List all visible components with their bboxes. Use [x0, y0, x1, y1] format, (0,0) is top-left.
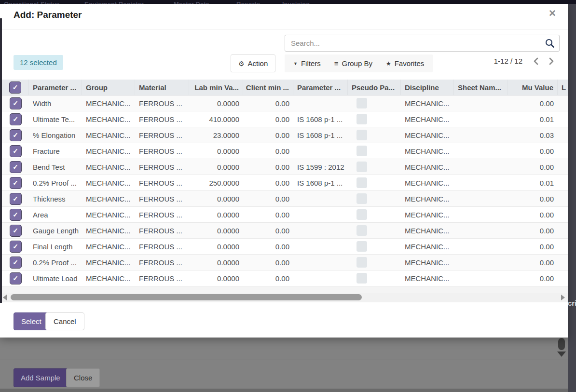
cell-sheet	[454, 111, 507, 127]
cell-discipline: MECHANIC...	[401, 111, 454, 127]
pseudo-parameter-checkbox	[357, 130, 367, 140]
filters-button[interactable]: ▼ Filters	[293, 59, 321, 68]
cancel-button[interactable]: Cancel	[45, 312, 84, 330]
close-icon[interactable]: ✕	[549, 9, 556, 18]
table-row[interactable]: ✓Ultimate LoadMECHANIC...FERROUS ...0.00…	[2, 270, 568, 286]
cell-param_std: IS 1608 p-1 ...	[293, 127, 348, 143]
cell-client_min: 0.00	[243, 255, 293, 270]
cell-mu: 0.00	[507, 207, 558, 222]
star-icon: ★	[386, 60, 391, 67]
column-header-last[interactable]: L	[558, 80, 567, 95]
table-row[interactable]: ✓0.2% Proof ...MECHANIC...FERROUS ...250…	[2, 175, 568, 191]
select-button[interactable]: Select	[14, 312, 49, 330]
cell-lab_min: 0.0000	[189, 207, 243, 222]
row-checkbox[interactable]: ✓	[10, 193, 22, 205]
pseudo-parameter-checkbox	[357, 225, 367, 236]
row-checkbox[interactable]: ✓	[10, 113, 22, 125]
cell-group: MECHANIC...	[82, 255, 135, 270]
row-checkbox[interactable]: ✓	[10, 129, 22, 141]
vertical-scrollbar-thumb[interactable]	[558, 338, 565, 350]
cell-group: MECHANIC...	[82, 127, 135, 143]
row-checkbox[interactable]: ✓	[10, 225, 22, 237]
row-checkbox[interactable]: ✓	[10, 145, 22, 157]
cell-last	[558, 95, 567, 111]
group-by-button[interactable]: ≡ Group By	[334, 59, 372, 68]
favorites-label: Favorites	[395, 59, 425, 68]
background-close-button[interactable]: Close	[66, 368, 100, 387]
column-header-name[interactable]: Parameter ...	[29, 80, 82, 95]
row-checkbox[interactable]: ✓	[10, 272, 22, 284]
scroll-down-arrow-icon[interactable]	[557, 351, 566, 357]
search-input[interactable]	[285, 35, 536, 51]
table-row[interactable]: ✓WidthMECHANIC...FERROUS ...0.00000.00ME…	[2, 95, 568, 111]
cell-name: Area	[29, 207, 82, 222]
cell-sheet	[454, 143, 507, 159]
table-row[interactable]: ✓FractureMECHANIC...FERROUS ...0.00000.0…	[2, 143, 568, 159]
table-row[interactable]: ✓Gauge LengthMECHANIC...FERROUS ...0.000…	[2, 223, 568, 239]
column-header-lab_min[interactable]: Lab min Va...	[189, 80, 243, 95]
column-header-group[interactable]: Group	[82, 80, 135, 95]
scroll-left-arrow-icon[interactable]	[3, 295, 7, 300]
cell-param_std	[293, 223, 348, 238]
row-checkbox[interactable]: ✓	[10, 209, 22, 221]
table-row[interactable]: ✓Ultimate Te...MECHANIC...FERROUS ...410…	[2, 111, 568, 127]
scroll-right-arrow-icon[interactable]	[561, 295, 565, 300]
dialog-title: Add: Parameter	[14, 10, 82, 20]
column-header-mu[interactable]: Mu Value	[507, 80, 558, 95]
column-header-discipline[interactable]: Discipline	[401, 80, 454, 95]
pseudo-parameter-checkbox	[357, 193, 367, 204]
action-button[interactable]: ⚙ Action	[231, 54, 275, 72]
column-header-client_min[interactable]: Client min ...	[243, 80, 293, 95]
cell-mu: 0.00	[507, 143, 558, 159]
cell-sheet	[454, 207, 507, 222]
cell-last	[558, 223, 567, 238]
column-header-material[interactable]: Material	[135, 80, 189, 95]
row-checkbox[interactable]: ✓	[10, 97, 22, 109]
cell-material: FERROUS ...	[135, 270, 189, 286]
row-checkbox[interactable]: ✓	[10, 177, 22, 189]
cell-group: MECHANIC...	[82, 270, 135, 286]
cell-mu: 0.03	[507, 127, 558, 143]
horizontal-scrollbar-thumb[interactable]	[11, 294, 362, 300]
cell-param_std	[293, 207, 348, 222]
search-icon[interactable]	[545, 39, 554, 50]
cell-param_std	[293, 270, 348, 286]
cell-material: FERROUS ...	[135, 191, 189, 206]
cell-client_min: 0.00	[243, 95, 293, 111]
cell-discipline: MECHANIC...	[401, 159, 454, 175]
cell-name: Width	[29, 95, 82, 111]
row-checkbox[interactable]: ✓	[10, 241, 22, 253]
table-row[interactable]: ✓% ElongationMECHANIC...FERROUS ...23.00…	[2, 127, 568, 143]
table-row[interactable]: ✓ThicknessMECHANIC...FERROUS ...0.00000.…	[2, 191, 568, 207]
row-checkbox[interactable]: ✓	[10, 257, 22, 269]
background-divider	[0, 360, 568, 360]
pagination: 1-12 / 12	[494, 57, 554, 65]
cell-discipline: MECHANIC...	[401, 255, 454, 270]
cell-group: MECHANIC...	[82, 159, 135, 175]
funnel-icon: ▼	[293, 61, 298, 66]
search-box[interactable]	[285, 35, 560, 52]
cell-name: Ultimate Te...	[29, 111, 82, 127]
chevron-left-icon[interactable]	[533, 57, 538, 65]
cell-param_std	[293, 239, 348, 254]
table-row[interactable]: ✓0.2% Proof ...MECHANIC...FERROUS ...0.0…	[2, 255, 568, 270]
table-row[interactable]: ✓AreaMECHANIC...FERROUS ...0.00000.00MEC…	[2, 207, 568, 223]
table-row[interactable]: ✓Bend TestMECHANIC...FERROUS ...0.00000.…	[2, 159, 568, 175]
cell-client_min: 0.00	[243, 175, 293, 190]
cell-lab_min: 0.0000	[189, 143, 243, 159]
add-sample-button[interactable]: Add Sample	[14, 368, 68, 387]
chevron-right-icon[interactable]	[549, 57, 554, 65]
cell-client_min: 0.00	[243, 111, 293, 127]
column-header-param_std[interactable]: Parameter ...	[293, 80, 348, 95]
favorites-button[interactable]: ★ Favorites	[386, 59, 424, 68]
cell-lab_min: 0.0000	[189, 239, 243, 254]
select-all-checkbox[interactable]: ✓	[9, 81, 21, 94]
column-header-sheet[interactable]: Sheet Nam...	[454, 80, 507, 95]
cell-lab_min: 23.0000	[189, 127, 243, 143]
column-header-pseudo[interactable]: Pseudo Pa...	[348, 80, 401, 95]
table-row[interactable]: ✓Final LengthMECHANIC...FERROUS ...0.000…	[2, 239, 568, 255]
row-checkbox[interactable]: ✓	[10, 161, 22, 173]
horizontal-scrollbar[interactable]	[0, 293, 568, 302]
column-header-check[interactable]: ✓	[2, 80, 29, 95]
cell-discipline: MECHANIC...	[401, 191, 454, 206]
